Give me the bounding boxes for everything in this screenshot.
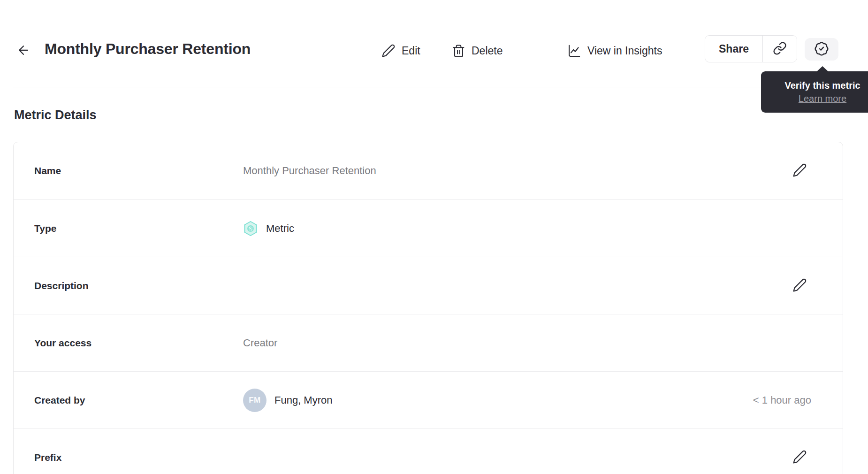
edit-button-label: Edit xyxy=(402,45,420,57)
page-header: Monthly Purchaser Retention Edit Delete … xyxy=(0,0,868,87)
row-value: Monthly Purchaser Retention xyxy=(243,165,376,177)
row-label: Created by xyxy=(34,395,85,406)
detail-row-type: Type Metric xyxy=(14,199,843,257)
row-value: Creator xyxy=(243,337,277,349)
delete-button[interactable]: Delete xyxy=(452,40,503,61)
tooltip-arrow xyxy=(816,66,829,72)
link-icon xyxy=(773,41,787,57)
delete-button-label: Delete xyxy=(472,45,503,57)
share-button[interactable]: Share xyxy=(705,36,762,62)
edit-button[interactable]: Edit xyxy=(381,40,420,61)
metric-hexagon-icon xyxy=(243,221,258,237)
learn-more-link[interactable]: Learn more xyxy=(799,93,846,104)
detail-row-created-by: Created by FM Fung, Myron < 1 hour ago xyxy=(14,371,843,428)
edit-description-button[interactable] xyxy=(789,275,810,296)
created-timestamp: < 1 hour ago xyxy=(753,394,811,406)
avatar: FM xyxy=(243,389,266,412)
back-button[interactable] xyxy=(14,41,33,60)
detail-row-name: Name Monthly Purchaser Retention xyxy=(14,142,843,199)
arrow-left-icon xyxy=(16,43,30,59)
edit-prefix-button[interactable] xyxy=(789,447,810,468)
verify-metric-tooltip: Verify this metric Learn more xyxy=(761,71,868,113)
pencil-icon xyxy=(792,278,807,294)
trash-icon xyxy=(452,44,465,58)
metric-details-card: Name Monthly Purchaser Retention Type xyxy=(13,142,843,474)
detail-row-description: Description xyxy=(14,257,843,314)
row-label: Your access xyxy=(34,337,91,349)
detail-row-prefix: Prefix xyxy=(14,428,843,474)
copy-link-button[interactable] xyxy=(762,36,797,62)
share-button-group: Share xyxy=(705,35,797,62)
line-chart-icon xyxy=(567,44,581,58)
tooltip-title: Verify this metric xyxy=(769,79,868,92)
row-value: Metric xyxy=(266,222,294,235)
pencil-icon xyxy=(792,163,807,179)
detail-row-your-access: Your access Creator xyxy=(14,314,843,371)
row-label: Type xyxy=(34,223,56,234)
verified-badge-check-icon xyxy=(814,41,829,58)
row-value: Fung, Myron xyxy=(274,394,333,406)
edit-name-button[interactable] xyxy=(789,161,810,181)
pencil-icon xyxy=(792,450,807,466)
row-label: Prefix xyxy=(34,452,61,463)
header-divider xyxy=(13,87,868,87)
verify-metric-button[interactable] xyxy=(805,38,838,61)
page-title: Monthly Purchaser Retention xyxy=(45,40,251,58)
row-label: Name xyxy=(34,165,61,176)
view-in-insights-label: View in Insights xyxy=(587,45,662,57)
pencil-icon xyxy=(381,44,396,58)
row-label: Description xyxy=(34,280,89,291)
section-title: Metric Details xyxy=(14,108,97,122)
view-in-insights-button[interactable]: View in Insights xyxy=(567,40,662,61)
